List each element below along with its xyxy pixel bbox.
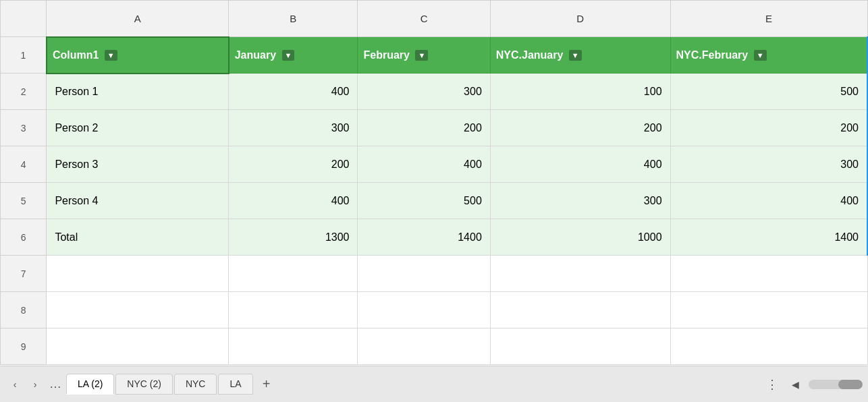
cell-col3-row6[interactable]: 1400 — [358, 219, 490, 256]
cell-col3-row4[interactable]: 400 — [358, 146, 490, 183]
col-header-e[interactable]: E — [670, 1, 867, 37]
column1-dropdown-icon[interactable]: ▼ — [105, 50, 117, 61]
cell-col4-row6[interactable]: 1000 — [490, 219, 670, 256]
cell-col5-row6[interactable]: 1400 — [670, 219, 867, 256]
cell-col2-row5[interactable]: 400 — [229, 183, 358, 219]
row-num-6: 6 — [1, 219, 47, 256]
empty-cell[interactable] — [47, 328, 229, 365]
january-label: January — [235, 49, 276, 61]
tab-more-dots-btn[interactable]: … — [46, 375, 65, 394]
empty-cell[interactable] — [47, 292, 229, 328]
col-header-c[interactable]: C — [358, 1, 490, 37]
cell-col2-row3[interactable]: 300 — [229, 110, 358, 146]
nyc-february-label: NYC.February — [676, 49, 749, 61]
tab-prev-btn[interactable]: ‹ — [5, 375, 24, 394]
empty-row: 7 — [1, 256, 868, 292]
sheet-tab-nyc[interactable]: NYC — [174, 374, 217, 395]
row-num-8: 8 — [1, 292, 47, 328]
header-cell-february[interactable]: February ▼ — [358, 37, 490, 74]
empty-cell[interactable] — [358, 328, 490, 365]
sheet-tab-la--2-[interactable]: LA (2) — [66, 374, 114, 395]
empty-cell[interactable] — [229, 328, 358, 365]
empty-cell[interactable] — [670, 292, 867, 328]
table-row: 3Person 2300200200200 — [1, 110, 868, 146]
cell-col2-row2[interactable]: 400 — [229, 74, 358, 110]
cell-col1-row4[interactable]: Person 3 — [47, 146, 229, 183]
row-num-1: 1 — [1, 37, 47, 74]
header-data-row: 1 Column1 ▼ January ▼ February ▼ NYC.Ja — [1, 37, 868, 74]
empty-cell[interactable] — [229, 256, 358, 292]
empty-cell[interactable] — [670, 256, 867, 292]
tab-bar: ‹ › … LA (2)NYC (2)NYCLA + ⋮ ◀ — [0, 366, 868, 402]
header-cell-nyc-february[interactable]: NYC.February ▼ — [670, 37, 867, 74]
empty-cell[interactable] — [490, 256, 670, 292]
cell-col3-row2[interactable]: 300 — [358, 74, 490, 110]
empty-cell[interactable] — [229, 292, 358, 328]
row-num-9: 9 — [1, 328, 47, 365]
cell-col5-row5[interactable]: 400 — [670, 183, 867, 219]
column-letter-row: A B C D E — [1, 1, 868, 37]
cell-col5-row4[interactable]: 300 — [670, 146, 867, 183]
cell-col2-row4[interactable]: 200 — [229, 146, 358, 183]
header-cell-nyc-january[interactable]: NYC.January ▼ — [490, 37, 670, 74]
cell-col5-row2[interactable]: 500 — [670, 74, 867, 110]
cell-col3-row3[interactable]: 200 — [358, 110, 490, 146]
empty-row: 9 — [1, 328, 868, 365]
cell-col1-row6[interactable]: Total — [47, 219, 229, 256]
add-sheet-btn[interactable]: + — [257, 375, 276, 394]
column1-label: Column1 — [53, 49, 99, 61]
nyc-february-dropdown-icon[interactable]: ▼ — [754, 50, 767, 61]
cell-col3-row5[interactable]: 500 — [358, 183, 490, 219]
col-header-b[interactable]: B — [229, 1, 358, 37]
top-left-corner — [1, 1, 47, 37]
table-row: 6Total1300140010001400 — [1, 219, 868, 256]
row-num-5: 5 — [1, 183, 47, 219]
table-row: 5Person 4400500300400 — [1, 183, 868, 219]
scrollbar-thumb — [838, 380, 863, 389]
january-dropdown-icon[interactable]: ▼ — [282, 50, 295, 61]
empty-cell[interactable] — [358, 292, 490, 328]
row-num-7: 7 — [1, 256, 47, 292]
empty-cell[interactable] — [358, 256, 490, 292]
tab-options-btn[interactable]: ⋮ — [763, 375, 782, 394]
col-header-a[interactable]: A — [47, 1, 229, 37]
header-cell-column1[interactable]: Column1 ▼ — [47, 37, 229, 74]
cell-col1-row2[interactable]: Person 1 — [47, 74, 229, 110]
empty-cell[interactable] — [490, 328, 670, 365]
sheet-tabs: LA (2)NYC (2)NYCLA — [66, 374, 253, 395]
cell-col1-row5[interactable]: Person 4 — [47, 183, 229, 219]
row-num-4: 4 — [1, 146, 47, 183]
table-row: 2Person 1400300100500 — [1, 74, 868, 110]
header-cell-january[interactable]: January ▼ — [229, 37, 358, 74]
horizontal-scrollbar[interactable] — [809, 380, 863, 389]
table-wrapper: A B C D E 1 Column1 ▼ January ▼ — [0, 0, 868, 366]
cell-col2-row6[interactable]: 1300 — [229, 219, 358, 256]
cell-col4-row5[interactable]: 300 — [490, 183, 670, 219]
sheet-tab-nyc--2-[interactable]: NYC (2) — [115, 374, 173, 395]
spreadsheet-table: A B C D E 1 Column1 ▼ January ▼ — [0, 0, 868, 365]
row-num-3: 3 — [1, 110, 47, 146]
sheet-tab-la[interactable]: LA — [218, 374, 252, 395]
table-row: 4Person 3200400400300 — [1, 146, 868, 183]
february-label: February — [363, 49, 409, 61]
cell-col4-row3[interactable]: 200 — [490, 110, 670, 146]
nyc-january-dropdown-icon[interactable]: ▼ — [569, 50, 582, 61]
cell-col5-row3[interactable]: 200 — [670, 110, 867, 146]
spreadsheet: A B C D E 1 Column1 ▼ January ▼ — [0, 0, 868, 402]
empty-cell[interactable] — [47, 256, 229, 292]
empty-cell[interactable] — [670, 328, 867, 365]
nyc-january-label: NYC.January — [496, 49, 564, 61]
row-num-2: 2 — [1, 74, 47, 110]
empty-cell[interactable] — [490, 292, 670, 328]
col-header-d[interactable]: D — [490, 1, 670, 37]
tab-right-controls: ⋮ ◀ — [763, 375, 863, 394]
cell-col4-row2[interactable]: 100 — [490, 74, 670, 110]
scroll-left-btn[interactable]: ◀ — [786, 375, 805, 394]
february-dropdown-icon[interactable]: ▼ — [415, 50, 428, 61]
cell-col1-row3[interactable]: Person 2 — [47, 110, 229, 146]
cell-col4-row4[interactable]: 400 — [490, 146, 670, 183]
empty-row: 8 — [1, 292, 868, 328]
tab-next-btn[interactable]: › — [26, 375, 45, 394]
